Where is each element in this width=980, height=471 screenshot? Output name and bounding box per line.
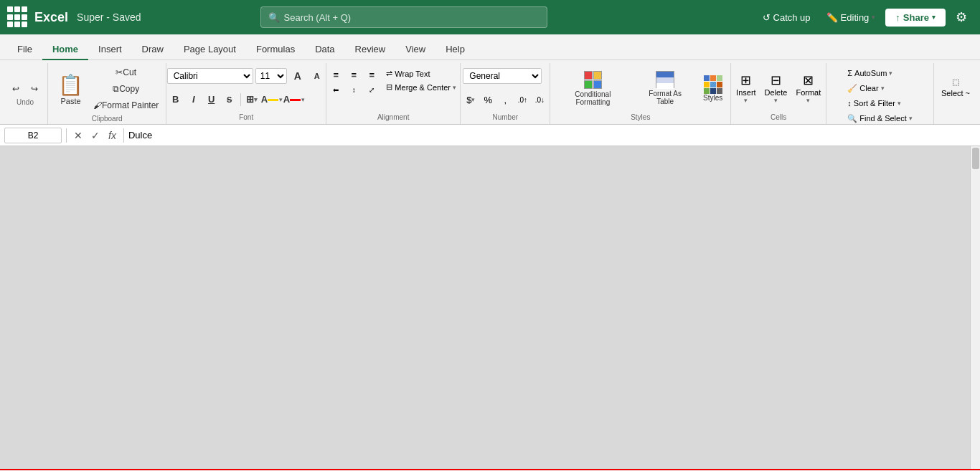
ribbon: ↩ ↪ Undo 📋 Paste ✂ Cut ⧉ Copy 🖌 [0,60,980,125]
pencil-icon: ✏️ [826,12,838,23]
insert-function-button[interactable]: fx [105,128,119,143]
font-family-select[interactable]: Calibri [167,68,253,84]
number-format-select[interactable]: General [463,68,542,84]
tab-draw[interactable]: Draw [132,39,174,60]
font-color-button[interactable]: A [283,92,301,108]
clipboard-group-label: Clipboard [92,113,123,124]
wrap-text-label: Wrap Text [395,70,430,78]
align-top-left-button[interactable]: ≡ [327,67,344,82]
tab-data[interactable]: Data [305,39,344,60]
select-button[interactable]: ⬚ Select ~ [938,75,973,110]
underline-button[interactable]: U [203,92,220,108]
bold-button[interactable]: B [167,92,184,108]
dollar-button[interactable]: $▾ [463,92,479,107]
font-color-icon: A [283,94,290,105]
tab-review[interactable]: Review [345,39,396,60]
cut-label: Cut [123,67,136,77]
insert-button[interactable]: ⊞ Insert ▾ [733,71,759,105]
paste-button[interactable]: 📋 Paste [52,69,89,109]
merge-center-button[interactable]: ⊟ Merge & Center ▾ [383,81,459,93]
cut-button[interactable]: ✂ Cut [90,65,161,80]
font-grow-button[interactable]: A [289,68,306,84]
formula-input[interactable] [128,128,976,143]
autosum-button[interactable]: Σ AutoSum ▾ [843,66,916,80]
font-size-select[interactable]: 11 [255,68,287,84]
cell-styles-button[interactable]: Styles [699,68,726,108]
cancel-formula-button[interactable]: ✕ [71,128,85,143]
number-group-label: Number [493,112,519,123]
conditional-formatting-icon [584,71,602,89]
font-shrink-button[interactable]: A [308,68,326,84]
sort-filter-button[interactable]: ↕ Sort & Filter ▾ [843,96,916,110]
format-as-table-button[interactable]: Format As Table [636,68,693,108]
vertical-scrollbar[interactable] [970,146,980,469]
autosum-arrow: ▾ [889,70,892,77]
copy-icon: ⧉ [113,84,119,94]
tab-formulas[interactable]: Formulas [246,39,305,60]
catch-up-button[interactable]: ↺ Catch up [757,9,816,26]
select-label: Select ~ [941,89,970,97]
tab-file[interactable]: File [7,39,42,60]
autosum-label: AutoSum [854,69,887,77]
align-bottom-center-button[interactable]: ↕ [345,82,362,97]
strikethrough-button[interactable]: S [221,92,238,108]
decrease-decimal-button[interactable]: .0↓ [532,92,547,107]
increase-decimal-button[interactable]: .0↑ [514,92,530,107]
align-bottom-right-button[interactable]: ⤢ [363,82,380,97]
delete-label: Delete [765,88,788,97]
share-button[interactable]: ↑ Share ▾ [885,9,946,27]
highlight-button[interactable]: A [261,92,278,108]
conditional-formatting-button[interactable]: Conditional Formatting [555,68,631,108]
wrap-text-icon: ⇌ [386,69,392,78]
ribbon-tabs: File Home Insert Draw Page Layout Formul… [0,34,980,60]
format-label: Format [796,88,821,97]
format-button[interactable]: ⊠ Format ▾ [793,71,824,105]
confirm-formula-button[interactable]: ✓ [88,128,103,143]
formula-bar: ✕ ✓ fx [0,125,980,146]
file-name: Super - Saved [77,11,141,23]
gear-button[interactable]: ⚙ [950,6,973,28]
tab-insert[interactable]: Insert [88,39,132,60]
tab-page-layout[interactable]: Page Layout [174,39,246,60]
autosum-icon: Σ [847,69,852,77]
percent-button[interactable]: % [480,92,496,107]
clipboard-group: 📋 Paste ✂ Cut ⧉ Copy 🖌 Format Painter Cl… [48,63,166,124]
alignment-group: ≡ ≡ ≡ ⬅ ↕ ⤢ ⇌ Wrap Text ⊟ Merge & Center… [326,63,461,124]
copy-button[interactable]: ⧉ Copy [90,81,161,97]
delete-button[interactable]: ⊟ Delete ▾ [762,71,791,105]
number-group: General $▾ % , .0↑ .0↓ Number [461,63,550,124]
tab-home[interactable]: Home [42,39,88,60]
share-dropdown-arrow: ▾ [932,14,936,21]
search-box[interactable]: 🔍 Search (Alt + Q) [260,6,547,28]
tab-help[interactable]: Help [435,39,475,60]
clear-arrow: ▾ [881,85,885,92]
sort-label: Sort & Filter [854,99,895,108]
clear-button[interactable]: 🧹 Clear ▾ [843,81,916,95]
redo-button[interactable]: ↪ [26,81,43,97]
undo-button[interactable]: ↩ [7,81,24,97]
insert-icon: ⊞ [740,72,751,88]
align-top-center-button[interactable]: ≡ [345,67,362,82]
cell-styles-icon [704,75,722,92]
cell-styles-label: Styles [703,94,722,102]
sheet-content [0,146,980,469]
merge-icon: ⊟ [386,82,392,92]
paste-icon: 📋 [58,73,83,97]
tab-view[interactable]: View [395,39,435,60]
sort-arrow: ▾ [897,100,901,107]
copy-label: Copy [119,84,139,94]
app-name: Excel [34,10,68,25]
wrap-text-button[interactable]: ⇌ Wrap Text [383,67,459,80]
clear-label: Clear [859,84,878,92]
border-button[interactable]: ⊞▾ [243,92,260,108]
align-bottom-left-button[interactable]: ⬅ [327,82,344,97]
find-select-button[interactable]: 🔍 Find & Select ▾ [843,111,916,125]
waffle-icon[interactable] [7,6,29,28]
comma-button[interactable]: , [497,92,513,107]
cell-reference-box[interactable] [4,128,62,143]
align-top-right-button[interactable]: ≡ [363,67,380,82]
editing-button[interactable]: ✏️ Editing ▾ [821,9,882,26]
title-bar: Excel Super - Saved 🔍 Search (Alt + Q) ↺… [0,0,980,34]
italic-button[interactable]: I [185,92,202,108]
format-painter-button[interactable]: 🖌 Format Painter [90,97,161,113]
